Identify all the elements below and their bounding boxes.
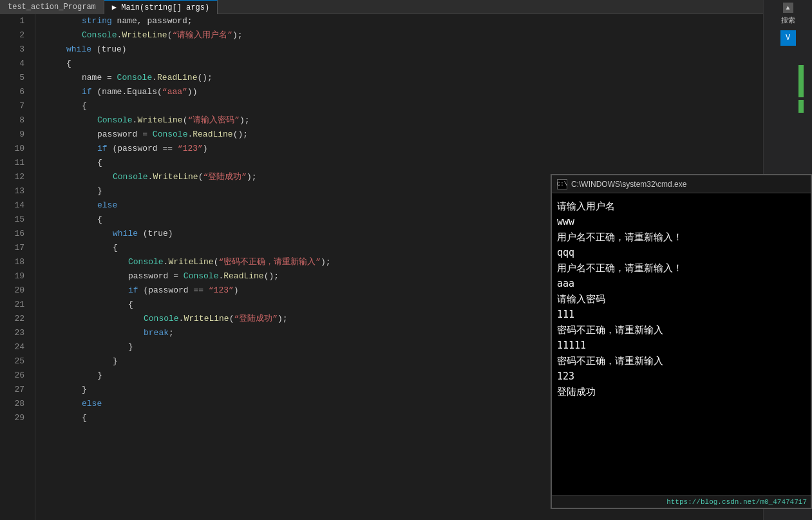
cmd-line: 用户名不正确，请重新输入！ bbox=[557, 260, 806, 276]
line-number-22: 22 bbox=[0, 312, 30, 326]
line-number-19: 19 bbox=[0, 269, 30, 284]
line-number-16: 16 bbox=[0, 227, 30, 241]
line-number-12: 12 bbox=[0, 170, 30, 184]
scroll-up-button[interactable]: ▲ bbox=[783, 3, 793, 13]
code-line-5: name = Console.ReadLine(); bbox=[56, 71, 763, 85]
code-line-8: Console.WriteLine(“请输入密码”); bbox=[56, 113, 763, 128]
tab-main[interactable]: ▶ Main(string[] args) bbox=[104, 0, 218, 14]
cmd-line: 用户名不正确，请重新输入！ bbox=[557, 229, 806, 245]
code-line-1: string name, password; bbox=[56, 14, 763, 28]
line-number-14: 14 bbox=[0, 198, 30, 213]
vs-icon: V bbox=[780, 30, 796, 46]
line-number-18: 18 bbox=[0, 255, 30, 269]
cmd-footer: https://blog.csdn.net/m0_47474717 bbox=[552, 495, 811, 508]
cmd-line: 密码不正确，请重新输入 bbox=[557, 322, 806, 338]
code-line-3: while (true) bbox=[56, 43, 763, 57]
cmd-line: 11111 bbox=[557, 338, 806, 353]
cmd-line: 请输入用户名 bbox=[557, 198, 806, 214]
line-number-23: 23 bbox=[0, 326, 30, 340]
cmd-line: qqq bbox=[557, 245, 806, 260]
line-number-6: 6 bbox=[0, 85, 30, 99]
breakpoint-col bbox=[35, 14, 46, 520]
tab-bar: test_action_Program ▶ Main(string[] args… bbox=[0, 0, 763, 14]
line-number-2: 2 bbox=[0, 28, 30, 43]
cmd-line: www bbox=[557, 214, 806, 229]
line-number-4: 4 bbox=[0, 57, 30, 71]
cmd-line: aaa bbox=[557, 276, 806, 291]
line-number-17: 17 bbox=[0, 241, 30, 255]
code-line-9: password = Console.ReadLine(); bbox=[56, 128, 763, 142]
cmd-line: 请输入密码 bbox=[557, 291, 806, 307]
search-label: 搜索 bbox=[781, 15, 795, 25]
line-number-25: 25 bbox=[0, 354, 30, 369]
line-number-8: 8 bbox=[0, 113, 30, 128]
cmd-line: 登陆成功 bbox=[557, 384, 806, 400]
code-line-10: if (password == “123”) bbox=[56, 142, 763, 156]
cmd-window: C:\ C:\WINDOWS\system32\cmd.exe 请输入用户名ww… bbox=[551, 174, 812, 509]
cmd-content: 请输入用户名www用户名不正确，请重新输入！qqq用户名不正确，请重新输入！aa… bbox=[552, 193, 811, 495]
line-number-11: 11 bbox=[0, 156, 30, 170]
line-number-27: 27 bbox=[0, 383, 30, 397]
cmd-footer-link[interactable]: https://blog.csdn.net/m0_47474717 bbox=[666, 498, 807, 506]
line-number-24: 24 bbox=[0, 340, 30, 354]
cmd-title: C:\WINDOWS\system32\cmd.exe bbox=[571, 180, 686, 189]
line-number-1: 1 bbox=[0, 14, 30, 28]
code-line-4: { bbox=[56, 57, 763, 71]
cmd-line: 111 bbox=[557, 307, 806, 322]
cmd-titlebar: C:\ C:\WINDOWS\system32\cmd.exe bbox=[552, 175, 811, 193]
line-number-28: 28 bbox=[0, 397, 30, 411]
line-number-21: 21 bbox=[0, 298, 30, 312]
line-number-15: 15 bbox=[0, 213, 30, 227]
cmd-line: 123 bbox=[557, 369, 806, 384]
code-line-11: { bbox=[56, 156, 763, 170]
code-line-6: if (name.Equals(“aaa”)) bbox=[56, 85, 763, 99]
line-numbers: 1234567891011121314151617181920212223242… bbox=[0, 14, 35, 520]
tab-test-action[interactable]: test_action_Program bbox=[0, 0, 104, 14]
code-line-2: Console.WriteLine(“请输入用户名”); bbox=[56, 28, 763, 43]
line-number-10: 10 bbox=[0, 142, 30, 156]
line-number-7: 7 bbox=[0, 99, 30, 113]
cmd-icon: C:\ bbox=[557, 179, 567, 189]
cmd-line: 密码不正确，请重新输入 bbox=[557, 353, 806, 369]
line-number-5: 5 bbox=[0, 71, 30, 85]
line-number-26: 26 bbox=[0, 369, 30, 383]
line-number-9: 9 bbox=[0, 128, 30, 142]
green-indicator-2 bbox=[798, 100, 804, 113]
line-number-13: 13 bbox=[0, 184, 30, 198]
line-number-3: 3 bbox=[0, 43, 30, 57]
code-line-7: { bbox=[56, 99, 763, 113]
line-number-20: 20 bbox=[0, 284, 30, 298]
line-number-29: 29 bbox=[0, 411, 30, 425]
green-indicator bbox=[798, 65, 804, 97]
